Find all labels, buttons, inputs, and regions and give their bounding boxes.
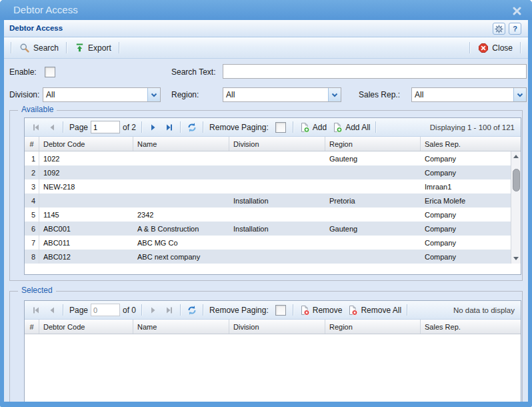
column-header-name[interactable]: Name — [133, 137, 229, 151]
toolbar-separator — [180, 304, 181, 316]
toolbar-separator — [469, 42, 471, 53]
next-page-button[interactable] — [145, 304, 161, 316]
remove-paging-label: Remove Paging: — [209, 306, 269, 315]
row-number-cell: 6 — [25, 222, 39, 236]
next-page-button[interactable] — [145, 121, 161, 133]
grid-cell: 1092 — [39, 165, 133, 179]
help-button[interactable]: ? — [509, 23, 521, 35]
last-page-icon — [164, 122, 175, 133]
available-paging-toolbar: Page of 2 — [25, 118, 521, 137]
column-header-division[interactable]: Division — [229, 320, 325, 334]
enable-checkbox[interactable] — [45, 67, 55, 77]
search-button[interactable]: Search — [15, 41, 63, 55]
row-number-cell: 4 — [25, 193, 39, 208]
table-row[interactable]: 6ABC001A & B ConstructionInstallationGau… — [25, 222, 512, 236]
table-row[interactable]: 21092Company — [25, 165, 512, 179]
grid-cell: Imraan1 — [421, 179, 512, 193]
page-number-input[interactable] — [91, 304, 120, 316]
region-value: All — [223, 90, 328, 99]
grid-cell — [325, 236, 421, 250]
toolbar-separator — [141, 304, 143, 316]
chevron-down-icon[interactable] — [513, 88, 526, 101]
table-row[interactable]: 4InstallationPretoriaErica Molefe — [25, 193, 512, 208]
column-header-division[interactable]: Division — [229, 137, 325, 151]
grid-cell — [325, 250, 421, 264]
column-header-name[interactable]: Name — [133, 320, 229, 334]
remove-button[interactable]: Remove — [297, 304, 345, 316]
column-header-region[interactable]: Region — [325, 320, 421, 334]
refresh-button[interactable] — [184, 304, 200, 316]
table-row[interactable]: 11022GautengCompany — [25, 151, 512, 165]
first-page-button[interactable] — [28, 304, 44, 316]
sales-rep-select[interactable]: All — [411, 87, 527, 102]
grid-cell — [133, 165, 229, 179]
search-text-input[interactable] — [223, 64, 527, 79]
row-number-cell: 5 — [25, 208, 39, 222]
chevron-down-icon[interactable] — [147, 88, 160, 101]
sales-rep-value: All — [412, 90, 513, 99]
add-button-label: Add — [313, 123, 327, 132]
settings-button[interactable] — [493, 23, 505, 35]
column-header-debtor-code[interactable]: Debtor Code — [39, 137, 133, 151]
region-select[interactable]: All — [223, 87, 341, 102]
selected-grid: Page of 0 — [24, 300, 521, 402]
prev-page-button[interactable] — [44, 121, 60, 133]
page-number-input[interactable] — [91, 121, 120, 133]
grid-cell: Gauteng — [325, 151, 421, 165]
column-header-rownum[interactable]: # — [25, 320, 39, 334]
column-header-sales-rep[interactable]: Sales Rep. — [421, 137, 512, 151]
grid-cell — [229, 208, 325, 222]
close-button[interactable]: Close — [473, 41, 517, 55]
column-header-filler — [512, 320, 521, 334]
row-number-cell: 2 — [25, 165, 39, 179]
column-header-debtor-code[interactable]: Debtor Code — [39, 320, 133, 334]
row-number-cell: 8 — [25, 250, 39, 264]
first-page-icon — [31, 305, 41, 316]
window-close-icon[interactable] — [513, 6, 521, 15]
row-number-cell: 7 — [25, 236, 39, 250]
table-row[interactable]: 8ABC012ABC next companyCompany — [25, 250, 512, 264]
remove-paging-checkbox[interactable] — [275, 305, 286, 316]
grid-cell — [229, 165, 325, 179]
chevron-down-icon[interactable] — [328, 88, 341, 101]
grid-cell: Gauteng — [325, 222, 421, 236]
toolbar-separator — [141, 121, 143, 133]
scrollbar-thumb[interactable] — [513, 169, 520, 191]
table-row[interactable]: 7ABC011ABC MG CoCompany — [25, 236, 512, 250]
scroll-up-icon[interactable] — [511, 151, 521, 161]
grid-cell — [39, 193, 133, 208]
grid-cell: ABC next company — [133, 250, 229, 264]
first-page-button[interactable] — [28, 121, 44, 133]
table-row[interactable]: 3NEW-218Imraan1 — [25, 179, 512, 193]
grid-cell: Company — [421, 165, 512, 179]
refresh-button[interactable] — [184, 121, 200, 133]
add-button[interactable]: Add — [297, 121, 329, 133]
help-icon: ? — [513, 25, 517, 33]
selected-grid-header: #Debtor CodeNameDivisionRegionSales Rep. — [25, 320, 521, 334]
column-header-sales-rep[interactable]: Sales Rep. — [421, 320, 512, 334]
toolbar-separator — [203, 121, 204, 133]
grid-cell: NEW-218 — [39, 179, 133, 193]
toolbar-separator — [180, 121, 181, 133]
panel-header: Debtor Access ? — [4, 20, 528, 37]
grid-cell — [325, 208, 421, 222]
toolbar-separator — [293, 304, 294, 316]
add-all-button[interactable]: Add All — [329, 121, 373, 133]
column-header-region[interactable]: Region — [325, 137, 421, 151]
scroll-down-icon[interactable] — [511, 254, 521, 264]
last-page-button[interactable] — [161, 304, 177, 316]
column-header-rownum[interactable]: # — [25, 137, 39, 151]
table-row[interactable]: 511452342Company — [25, 208, 512, 222]
selected-paging-toolbar: Page of 0 — [25, 301, 521, 320]
prev-page-button[interactable] — [44, 304, 60, 316]
division-value: All — [43, 90, 147, 99]
remove-paging-checkbox[interactable] — [275, 122, 286, 133]
division-select[interactable]: All — [43, 87, 161, 102]
export-button[interactable]: Export — [70, 41, 116, 55]
grid-cell: 1145 — [39, 208, 133, 222]
last-page-button[interactable] — [161, 121, 177, 133]
prev-page-icon — [47, 305, 57, 316]
remove-all-button[interactable]: Remove All — [345, 304, 404, 316]
vertical-scrollbar[interactable] — [511, 151, 521, 264]
grid-cell: Company — [421, 250, 512, 264]
